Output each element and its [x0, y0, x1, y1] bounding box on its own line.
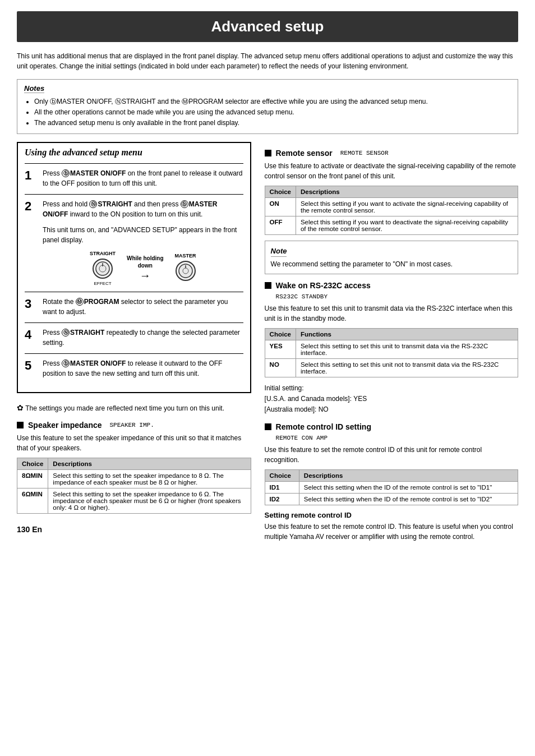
step-4-number: 4 — [25, 328, 37, 342]
step-4-text: Press ⓃSTRAIGHT repeatedly to change the… — [43, 328, 243, 348]
initial-setting-line-1: [U.S.A. and Canada models]: YES — [265, 394, 518, 404]
notes-box: Notes Only ⓑMASTER ON/OFF, ⓃSTRAIGHT and… — [17, 79, 518, 134]
intro-text: This unit has additional menus that are … — [17, 51, 518, 71]
table-row: OFF Select this setting if you want to d… — [265, 216, 518, 234]
rcid-desc-id1: Select this setting when the ID of the r… — [299, 481, 518, 493]
advanced-setup-title: Using the advanced setup menu — [25, 147, 243, 158]
speaker-table-header-desc: Descriptions — [48, 458, 251, 469]
step-1-text: Press ⓑMASTER ON/OFF on the front panel … — [43, 168, 243, 188]
left-column: Using the advanced setup menu 1 Press ⓑM… — [17, 142, 251, 546]
remote-control-id-code: REMOTE CON AMP — [276, 435, 518, 441]
rs232c-choice-no: NO — [265, 359, 296, 377]
setting-remote-text: Use this feature to set the remote contr… — [265, 522, 518, 542]
rcid-choice-id1: ID1 — [265, 481, 299, 493]
tip-icon: ✿ — [17, 403, 24, 412]
speaker-impedance-desc: Use this feature to set the speaker impe… — [17, 433, 251, 453]
section-square-icon — [265, 282, 271, 289]
remote-sensor-code: REMOTE SENSOR — [340, 150, 389, 156]
step-1-number: 1 — [25, 168, 37, 183]
rs232c-table-header-choice: Choice — [265, 329, 296, 340]
tip-section: ✿ The settings you made are reflected ne… — [17, 402, 251, 414]
step-3-text: Rotate the ⓂPROGRAM selector to select t… — [43, 297, 243, 317]
speaker-table-header-choice: Choice — [17, 458, 48, 469]
speaker-desc-1: Select this setting to set the speaker i… — [48, 469, 251, 488]
section-square-icon — [265, 150, 271, 156]
rs232c-desc-yes: Select this setting to set this unit to … — [296, 340, 518, 359]
speaker-choice-1: 8ΩMIN — [17, 469, 48, 488]
rcid-desc-id2: Select this setting when the ID of the r… — [299, 493, 518, 505]
note-title: Note — [271, 246, 287, 257]
step-4: 4 Press ⓃSTRAIGHT repeatedly to change t… — [25, 328, 243, 348]
rs232c-table: Choice Functions YES Select this setting… — [265, 328, 518, 377]
initial-setting-line-2: [Australia model]: NO — [265, 404, 518, 415]
rs232c-choice-yes: YES — [265, 340, 296, 359]
step-1: 1 Press ⓑMASTER ON/OFF on the front pane… — [25, 168, 243, 188]
straight-knob — [93, 259, 113, 279]
diagram-straight-label: STRAIGHT — [90, 251, 116, 256]
speaker-impedance-code: SPEAKER IMP. — [110, 422, 154, 428]
step-2-text: Press and hold ⓃSTRAIGHT and then press … — [43, 199, 243, 219]
remote-choice-off: OFF — [265, 216, 296, 234]
notes-list: Only ⓑMASTER ON/OFF, ⓃSTRAIGHT and the Ⓜ… — [24, 96, 511, 129]
diagram-master-label: MASTER — [175, 253, 196, 259]
step-3-number: 3 — [25, 297, 37, 311]
step-3: 3 Rotate the ⓂPROGRAM selector to select… — [25, 297, 243, 317]
table-row: 8ΩMIN Select this setting to set the spe… — [17, 469, 251, 488]
speaker-impedance-table: Choice Descriptions 8ΩMIN Select this se… — [17, 458, 251, 514]
while-holding-label: While holdingdown — [127, 255, 164, 269]
step-2: 2 Press and hold ⓃSTRAIGHT and then pres… — [25, 199, 243, 219]
remote-control-id-header: Remote control ID setting — [265, 422, 518, 431]
note-text: We recommend setting the parameter to "O… — [271, 259, 512, 269]
right-column: Remote sensor REMOTE SENSOR Use this fea… — [265, 142, 518, 546]
rs232c-desc: Use this feature to set this unit to tra… — [265, 303, 518, 324]
tip-text: The settings you made are reflected next… — [25, 404, 224, 412]
rs232c-header: Wake on RS-232C access — [265, 281, 518, 290]
step-5-text: Press ⓑMASTER ON/OFF to release it outwa… — [43, 358, 243, 379]
remote-control-id-title: Remote control ID setting — [276, 422, 371, 431]
remote-sensor-header: Remote sensor REMOTE SENSOR — [265, 149, 518, 158]
rs232c-title: Wake on RS-232C access — [276, 281, 371, 290]
master-knob — [176, 261, 196, 281]
remote-sensor-desc: Use this feature to activate or deactiva… — [265, 161, 518, 181]
rcid-table-header-desc: Descriptions — [299, 469, 518, 481]
rs232c-code: RS232C STANDBY — [276, 293, 518, 300]
speaker-impedance-header: Speaker impedance SPEAKER IMP. — [17, 421, 251, 430]
setting-remote-title: Setting remote control ID — [265, 511, 518, 519]
section-square-icon — [17, 422, 24, 428]
step-5: 5 Press ⓑMASTER ON/OFF to release it out… — [25, 358, 243, 379]
step-5-number: 5 — [25, 358, 37, 373]
section-square-icon — [265, 423, 271, 430]
remote-sensor-table: Choice Descriptions ON Select this setti… — [265, 186, 518, 235]
remote-table-header-choice: Choice — [265, 186, 296, 197]
remote-desc-on: Select this setting if you want to activ… — [296, 197, 518, 216]
page-number: 130 En — [17, 525, 251, 534]
step-2-number: 2 — [25, 199, 37, 214]
arrow-icon: → — [127, 269, 164, 282]
table-row: ID1 Select this setting when the ID of t… — [265, 481, 518, 493]
advanced-setup-box: Using the advanced setup menu 1 Press ⓑM… — [17, 142, 251, 393]
table-row: ID2 Select this setting when the ID of t… — [265, 493, 518, 505]
table-row: 6ΩMIN Select this setting to set the spe… — [17, 488, 251, 513]
remote-sensor-title: Remote sensor — [276, 149, 333, 158]
remote-control-id-desc: Use this feature to set the remote contr… — [265, 445, 518, 465]
remote-desc-off: Select this setting if you want to deact… — [296, 216, 518, 234]
note-item: Only ⓑMASTER ON/OFF, ⓃSTRAIGHT and the Ⓜ… — [34, 96, 511, 107]
speaker-desc-2: Select this setting to set the speaker i… — [48, 488, 251, 513]
rcid-table-header-choice: Choice — [265, 469, 299, 481]
rs232c-desc-no: Select this setting to set this unit not… — [296, 359, 518, 377]
table-row: ON Select this setting if you want to ac… — [265, 197, 518, 216]
notes-title: Notes — [24, 84, 44, 93]
remote-choice-on: ON — [265, 197, 296, 216]
initial-setting: Initial setting: [U.S.A. and Canada mode… — [265, 383, 518, 416]
remote-table-header-desc: Descriptions — [296, 186, 518, 197]
diagram-effect-label: EFFECT — [90, 281, 116, 286]
speaker-impedance-title: Speaker impedance — [28, 421, 102, 430]
page-title: Advanced setup — [17, 11, 518, 42]
initial-setting-label: Initial setting: — [265, 383, 518, 394]
rcid-choice-id2: ID2 — [265, 493, 299, 505]
note-item: All the other operations cannot be made … — [34, 107, 511, 118]
remote-control-id-table: Choice Descriptions ID1 Select this sett… — [265, 469, 518, 505]
diagram-area: STRAIGHT EFFECT While holdingdown → MAST… — [43, 251, 243, 286]
rs232c-table-header-func: Functions — [296, 329, 518, 340]
remote-sensor-note: Note We recommend setting the parameter … — [265, 241, 518, 275]
